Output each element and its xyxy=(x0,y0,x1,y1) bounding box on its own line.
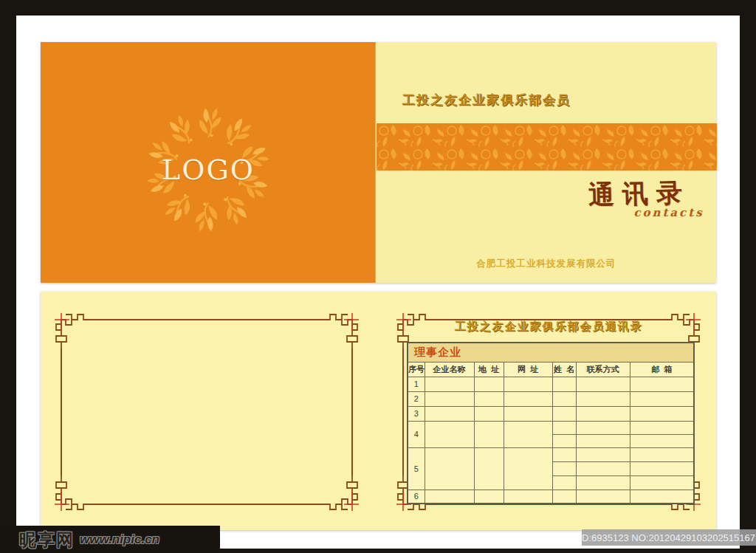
table-row: 3 xyxy=(408,406,694,421)
section-header-label: 理事企业 xyxy=(408,343,694,362)
col-header-index: 序号 xyxy=(408,362,425,377)
row-number: 1 xyxy=(408,377,425,391)
table-row: 5 xyxy=(408,447,694,461)
cover-club-title: 工投之友企业家俱乐部会员 xyxy=(402,92,571,109)
row-number: 4 xyxy=(408,421,425,447)
table-row: 1 xyxy=(408,377,694,391)
table-header-row: 序号 企业名称 地 址 网 址 姓 名 联系方式 邮 箱 xyxy=(408,362,694,377)
inner-page-title: 工投之友企业家俱乐部会员通讯录 xyxy=(396,320,701,334)
logo-area: LOGO xyxy=(144,106,272,234)
cover-front-panel: 工投之友企业家俱乐部会员 xyxy=(375,42,716,283)
booklet-cover: LOGO 工投之友企业家俱乐部会员 xyxy=(41,42,716,283)
col-header-email: 邮 箱 xyxy=(630,362,694,377)
col-header-address: 地 址 xyxy=(474,362,504,377)
logo-placeholder: LOGO xyxy=(144,106,272,234)
col-header-name: 姓 名 xyxy=(552,362,576,377)
row-number: 3 xyxy=(408,406,425,421)
cover-book-subtitle: contacts xyxy=(628,206,709,219)
inner-pages: 工投之友企业家俱乐部会员通讯录 理事企业 序号 企业名称 地 址 网 址 姓 名… xyxy=(41,292,716,530)
table-section-header: 理事企业 xyxy=(408,343,694,362)
table-row: 2 xyxy=(408,391,694,406)
cover-back-panel: LOGO xyxy=(41,42,375,283)
directory-table: 理事企业 序号 企业名称 地 址 网 址 姓 名 联系方式 邮 箱 1 2 3 xyxy=(407,342,695,504)
col-header-contact: 联系方式 xyxy=(576,362,630,377)
site-name: 昵享网 xyxy=(19,529,75,552)
col-header-company: 企业名称 xyxy=(425,362,474,377)
site-watermark: 昵享网 www.nipic.cn xyxy=(19,529,159,551)
row-number: 2 xyxy=(408,391,425,406)
image-id-bar: ID:6935123 NO:20120429103202515167 xyxy=(582,529,756,546)
table-row: 4 xyxy=(408,421,694,434)
floral-pattern-band xyxy=(377,123,717,171)
site-url: www.nipic.cn xyxy=(80,532,159,547)
cover-company-name: 合肥工投工业科技发展有限公司 xyxy=(376,258,717,270)
row-number: 6 xyxy=(408,490,425,504)
col-header-website: 网 址 xyxy=(504,362,552,377)
image-id-text: ID:6935123 NO:20120429103202515167 xyxy=(582,532,755,543)
member-table: 理事企业 序号 企业名称 地 址 网 址 姓 名 联系方式 邮 箱 1 2 3 xyxy=(407,342,695,504)
chinese-fret-border-left xyxy=(54,312,360,512)
table-row: 6 xyxy=(408,490,694,504)
row-number: 5 xyxy=(408,447,425,490)
